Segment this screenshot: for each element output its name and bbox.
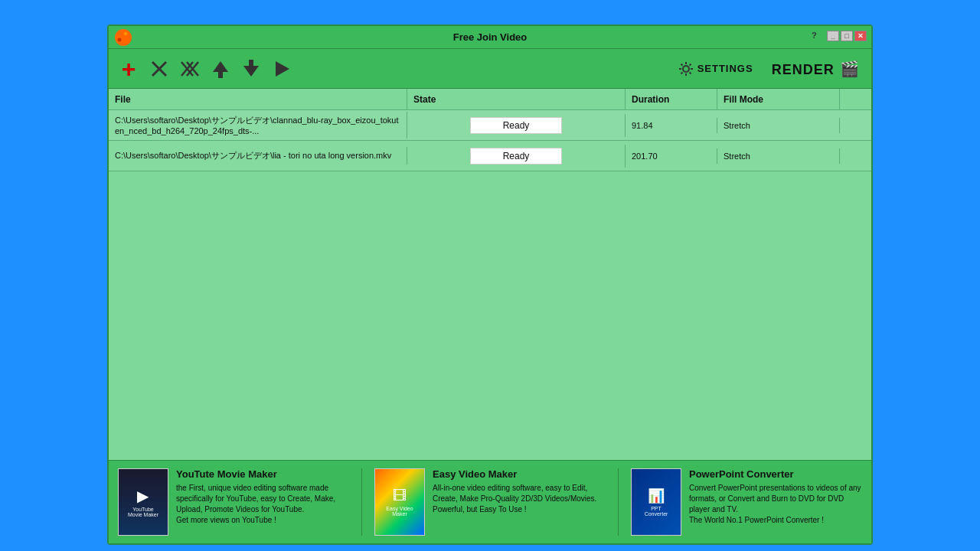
promo-img-ppt: 📊 PPTConverter: [631, 468, 681, 536]
duration-2: 201.70: [626, 148, 717, 164]
add-file-button[interactable]: +: [115, 55, 142, 83]
fill-mode-1: Stretch: [717, 118, 840, 133]
file-path-1: C:\Users\softaro\Desktop\サンプルビデオ\clannad…: [109, 112, 407, 139]
promo-ppt: 📊 PPTConverter PowerPoint Converter Conv…: [631, 468, 862, 536]
toolbar-right: SETTINGS RENDER 🎬: [671, 57, 865, 81]
move-down-button[interactable]: [237, 55, 265, 83]
play-icon: [273, 58, 291, 80]
main-window: Free Join Video ? _ □ ✕ +: [107, 24, 873, 545]
promo-bar: ▶ YouTubeMovie Maker YouTute Movie Maker…: [109, 460, 871, 543]
promo-divider-2: [618, 468, 619, 536]
arrow-up-icon: [211, 58, 230, 80]
svg-rect-13: [249, 60, 253, 66]
move-up-button[interactable]: [207, 55, 234, 83]
duration-1: 91.84: [626, 118, 717, 133]
table-row[interactable]: C:\Users\softaro\Desktop\サンプルビデオ\clannad…: [109, 110, 871, 141]
col-extra: [840, 89, 871, 109]
table-row[interactable]: C:\Users\softaro\Desktop\サンプルビデオ\lia - t…: [109, 141, 871, 171]
svg-point-15: [683, 66, 689, 72]
remove-button[interactable]: [145, 55, 173, 83]
promo-youtube: ▶ YouTubeMovie Maker YouTute Movie Maker…: [118, 468, 349, 536]
arrow-down-icon: [242, 58, 260, 80]
state-badge-1: Ready: [470, 117, 562, 134]
state-cell-1: Ready: [407, 114, 626, 137]
toolbar-left: +: [115, 55, 296, 83]
svg-point-1: [124, 32, 127, 35]
window-controls: ? _ □ ✕: [812, 31, 867, 41]
promo-easy-video: 🎞 Easy VideoMaker Easy Video Maker All-i…: [374, 468, 606, 536]
settings-button[interactable]: SETTINGS: [671, 57, 760, 80]
svg-rect-11: [218, 72, 223, 78]
svg-marker-12: [243, 66, 259, 77]
table-header: File State Duration Fill Mode: [109, 89, 871, 110]
state-badge-2: Ready: [470, 148, 562, 165]
promo-title-easy: Easy Video Maker: [433, 468, 606, 480]
promo-desc-ppt: Convert PowerPoint presentations to vide…: [689, 483, 862, 526]
render-button[interactable]: RENDER 🎬: [766, 57, 865, 81]
title-bar: Free Join Video ? _ □ ✕: [109, 26, 871, 49]
promo-desc-youtube: the First, unique video editing software…: [176, 483, 349, 526]
col-duration: Duration: [626, 89, 717, 109]
x-double-icon: [179, 58, 201, 80]
render-label: RENDER: [772, 62, 835, 77]
promo-desc-easy: All-in-one video editing software, easy …: [433, 483, 606, 515]
col-file: File: [109, 89, 407, 109]
promo-divider-1: [361, 468, 362, 536]
file-path-2: C:\Users\softaro\Desktop\サンプルビデオ\lia - t…: [109, 147, 407, 165]
extra-2: [840, 153, 871, 159]
promo-img-youtube: ▶ YouTubeMovie Maker: [118, 468, 168, 536]
promo-text-ppt: PowerPoint Converter Convert PowerPoint …: [689, 468, 862, 526]
minimize-button[interactable]: _: [827, 31, 839, 41]
toolbar: +: [109, 49, 871, 89]
window-title: Free Join Video: [453, 31, 528, 43]
promo-title-ppt: PowerPoint Converter: [689, 468, 862, 480]
render-logo-icon: 🎬: [840, 60, 859, 77]
svg-point-0: [119, 33, 123, 37]
maximize-button[interactable]: □: [841, 31, 853, 41]
extra-1: [840, 122, 871, 129]
settings-label: SETTINGS: [697, 63, 753, 74]
svg-marker-10: [213, 61, 228, 72]
play-button[interactable]: [268, 55, 296, 83]
col-fill-mode: Fill Mode: [717, 89, 840, 109]
svg-point-3: [118, 38, 122, 42]
svg-marker-14: [276, 61, 289, 77]
state-cell-2: Ready: [407, 145, 626, 168]
x-icon: [149, 58, 170, 80]
promo-text-easy: Easy Video Maker All-in-one video editin…: [433, 468, 606, 515]
svg-point-2: [126, 37, 129, 40]
fill-mode-2: Stretch: [717, 148, 840, 164]
col-state: State: [407, 89, 626, 109]
table-body: C:\Users\softaro\Desktop\サンプルビデオ\clannad…: [109, 110, 871, 460]
file-table: File State Duration Fill Mode C:\Users\s…: [109, 89, 871, 460]
help-button[interactable]: ?: [812, 31, 822, 41]
close-button[interactable]: ✕: [854, 31, 867, 41]
app-logo: [115, 29, 132, 46]
promo-text-youtube: YouTute Movie Maker the First, unique vi…: [176, 468, 349, 526]
remove-all-button[interactable]: [176, 55, 204, 83]
promo-img-easy: 🎞 Easy VideoMaker: [374, 468, 425, 536]
settings-gear-icon: [678, 60, 694, 77]
promo-title-youtube: YouTute Movie Maker: [176, 468, 349, 480]
